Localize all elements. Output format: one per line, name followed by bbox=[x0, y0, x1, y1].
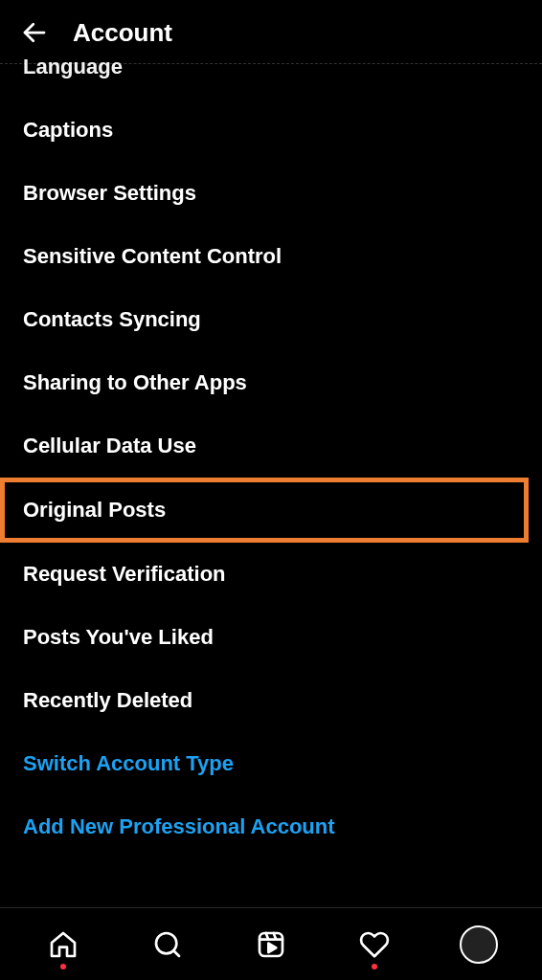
settings-item-label: Captions bbox=[23, 118, 113, 142]
settings-item-label: Cellular Data Use bbox=[23, 434, 196, 457]
svg-marker-7 bbox=[268, 943, 276, 951]
settings-item-label: Browser Settings bbox=[23, 181, 196, 205]
settings-item-label: Switch Account Type bbox=[23, 751, 234, 775]
tab-activity[interactable] bbox=[351, 922, 397, 968]
back-icon[interactable] bbox=[19, 17, 50, 48]
notification-dot-icon bbox=[372, 964, 377, 969]
reels-icon bbox=[256, 929, 286, 960]
tab-home[interactable] bbox=[40, 922, 86, 968]
settings-item-captions[interactable]: Captions bbox=[23, 99, 519, 162]
home-icon bbox=[48, 929, 79, 960]
settings-item-recently-deleted[interactable]: Recently Deleted bbox=[23, 669, 519, 732]
settings-item-label: Original Posts bbox=[23, 498, 166, 522]
search-icon bbox=[152, 929, 183, 960]
settings-item-cellular-data-use[interactable]: Cellular Data Use bbox=[23, 414, 519, 478]
tab-profile[interactable] bbox=[456, 922, 502, 968]
svg-line-2 bbox=[173, 950, 179, 956]
settings-item-contacts-syncing[interactable]: Contacts Syncing bbox=[23, 288, 519, 351]
settings-item-label: Sharing to Other Apps bbox=[23, 370, 247, 394]
settings-item-label: Request Verification bbox=[23, 562, 226, 586]
settings-item-original-posts[interactable]: Original Posts bbox=[0, 478, 529, 543]
profile-avatar-icon bbox=[460, 925, 498, 964]
settings-list: Language Captions Browser Settings Sensi… bbox=[0, 55, 542, 858]
settings-item-label: Sensitive Content Control bbox=[23, 244, 282, 268]
settings-item-add-new-professional-account[interactable]: Add New Professional Account bbox=[23, 795, 519, 858]
settings-item-label: Add New Professional Account bbox=[23, 814, 335, 838]
settings-item-request-verification[interactable]: Request Verification bbox=[23, 543, 519, 606]
settings-item-label: Posts You've Liked bbox=[23, 625, 214, 649]
settings-item-label: Recently Deleted bbox=[23, 688, 192, 712]
tab-reels[interactable] bbox=[248, 922, 294, 968]
settings-item-label: Language bbox=[23, 55, 123, 78]
page-title: Account bbox=[73, 18, 172, 48]
settings-item-label: Contacts Syncing bbox=[23, 307, 201, 331]
settings-item-language[interactable]: Language bbox=[23, 55, 519, 99]
heart-icon bbox=[359, 929, 390, 960]
tab-search[interactable] bbox=[145, 922, 191, 968]
settings-item-switch-account-type[interactable]: Switch Account Type bbox=[23, 732, 519, 795]
settings-item-posts-youve-liked[interactable]: Posts You've Liked bbox=[23, 606, 519, 669]
tab-bar bbox=[0, 907, 542, 980]
notification-dot-icon bbox=[60, 964, 66, 969]
settings-item-sensitive-content-control[interactable]: Sensitive Content Control bbox=[23, 225, 519, 288]
settings-item-sharing-to-other-apps[interactable]: Sharing to Other Apps bbox=[23, 351, 519, 414]
settings-item-browser-settings[interactable]: Browser Settings bbox=[23, 162, 519, 225]
